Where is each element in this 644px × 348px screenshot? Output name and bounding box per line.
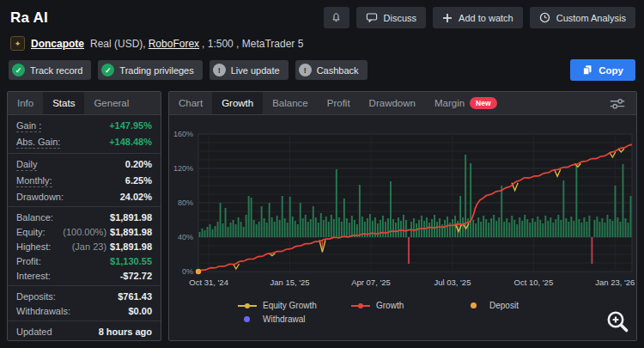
tab-profit[interactable]: Profit: [318, 92, 360, 114]
stat-row-tracking: Tracking2: [8, 339, 161, 341]
margin-new-badge: New: [470, 97, 496, 109]
tab-label: Balance: [272, 98, 308, 108]
add-to-watch-label: Add to watch: [459, 13, 513, 23]
tabstrip-fill: [507, 92, 598, 114]
legend-item-withdrawal[interactable]: Withdrawal: [238, 314, 351, 324]
check-icon: ✓: [12, 64, 25, 76]
stat-value-text: $1,891.98: [110, 212, 152, 223]
stat-value: 24.02%: [120, 192, 152, 202]
broker-link[interactable]: RoboForex: [149, 38, 199, 50]
stat-value-text: 0.20%: [125, 159, 152, 169]
stat-group: Gain :+147.95%Abs. Gain:+148.48%: [8, 115, 161, 154]
zoom-button[interactable]: [605, 308, 630, 337]
stat-value-text: 24.02%: [120, 192, 152, 202]
tab-info[interactable]: Info: [8, 92, 43, 114]
stat-label: Highest:: [16, 241, 51, 252]
tab-drawdown[interactable]: Drawdown: [360, 92, 425, 114]
stat-value-prefix: (100.00%): [63, 227, 106, 237]
clock-icon: [539, 12, 550, 23]
header-buttons: DiscussAdd to watchCustom Analysis: [356, 7, 635, 28]
tab-balance[interactable]: Balance: [263, 92, 318, 114]
stat-value: +147.95%: [109, 120, 152, 131]
stat-value-text: 2: [147, 341, 152, 342]
stat-value: (Jan 23)$1,891.98: [72, 241, 152, 252]
stat-group: Updated8 hours agoTracking2: [8, 321, 161, 341]
tab-growth[interactable]: Growth: [212, 92, 263, 114]
stat-label: Equity:: [16, 227, 46, 237]
chart-panel: ChartGrowthBalanceProfitDrawdownMarginNe…: [168, 91, 637, 341]
badges-row: ✓Track record✓Trading privileges!Live up…: [9, 59, 635, 81]
svg-text:Jan 15, '25: Jan 15, '25: [270, 278, 309, 287]
stat-row-daily: Daily0.20%: [8, 156, 161, 173]
badge-track-record[interactable]: ✓Track record: [9, 60, 91, 80]
stat-value-prefix: (Jan 23): [72, 241, 106, 252]
stat-value-text: +148.48%: [109, 137, 152, 147]
copy-button[interactable]: Copy: [570, 59, 635, 81]
check-icon: ✓: [101, 64, 114, 76]
svg-text:Oct 31, '24: Oct 31, '24: [189, 278, 228, 287]
stat-value: 2: [147, 341, 152, 342]
growth-chart-svg: Oct 31, '24Jan 15, '25Apr 07, '25Jul 03,…: [171, 120, 637, 292]
stat-row-interest: Interest:-$72.72: [8, 268, 161, 283]
bell-icon: [330, 11, 343, 24]
legend-item-growth[interactable]: Growth: [351, 301, 465, 310]
copy-button-label: Copy: [598, 65, 623, 76]
stat-label: Balance:: [16, 212, 53, 223]
stat-label: Profit:: [16, 256, 41, 266]
account-row: ✦ Doncapote Real (USD),RoboForex, 1:500 …: [10, 36, 644, 51]
stat-row-updated: Updated8 hours ago: [8, 324, 161, 339]
stats-panel: InfoStatsGeneral Gain :+147.95%Abs. Gain…: [7, 91, 161, 341]
equity-growth-marker-icon: [238, 302, 257, 309]
svg-text:40%: 40%: [178, 233, 193, 241]
account-meta-text: , 1:500 , MetaTrader 5: [202, 38, 303, 50]
exclamation-icon: !: [213, 64, 226, 76]
tab-label: Growth: [222, 98, 253, 108]
account-name-link[interactable]: Doncapote: [31, 38, 84, 50]
stat-value-text: $1,891.98: [110, 241, 152, 252]
exclamation-icon: !: [299, 64, 312, 76]
stats-body: Gain :+147.95%Abs. Gain:+148.48%Daily0.2…: [8, 115, 161, 341]
badge-cashback[interactable]: !Cashback: [295, 60, 368, 80]
badge-live-update[interactable]: !Live update: [210, 60, 289, 80]
tabstrip-fill: [138, 92, 161, 114]
stat-row-drawdown: Drawdown:24.02%: [8, 189, 161, 204]
stat-value-text: $1,891.98: [110, 227, 152, 237]
growth-chart[interactable]: Oct 31, '24Jan 15, '25Apr 07, '25Jul 03,…: [169, 115, 636, 296]
discuss-button[interactable]: Discuss: [356, 7, 427, 28]
stat-row-withdrawals: Withdrawals:$0.00: [8, 303, 161, 318]
badge-label: Live update: [231, 65, 280, 76]
stat-value: $1,130.55: [110, 256, 152, 266]
stat-value-text: $1,130.55: [110, 256, 152, 266]
stat-row-profit: Profit:$1,130.55: [8, 253, 161, 268]
stat-value: $0.00: [128, 306, 152, 316]
chart-legend: Equity GrowthGrowthDepositWithdrawal: [238, 301, 636, 324]
tab-margin[interactable]: MarginNew: [425, 92, 507, 114]
svg-text:120%: 120%: [173, 164, 193, 173]
marker-dot: [358, 303, 363, 308]
badges: ✓Track record✓Trading privileges!Live up…: [9, 60, 368, 80]
stat-value-text: -$72.72: [120, 271, 152, 281]
add-to-watch-button[interactable]: Add to watch: [433, 7, 523, 28]
chart-settings-icon[interactable]: [598, 92, 636, 114]
tab-label: Stats: [52, 98, 75, 108]
custom-analysis-label: Custom Analysis: [556, 13, 626, 23]
stat-group: Deposits:$761.43Withdrawals:$0.00: [8, 286, 161, 321]
tab-general[interactable]: General: [84, 92, 138, 114]
stats-tabs: InfoStatsGeneral: [8, 92, 161, 115]
legend-label: Deposit: [489, 301, 519, 310]
notifications-button[interactable]: [324, 7, 349, 28]
tab-label: Drawdown: [369, 98, 416, 108]
magnifier-plus-icon: [605, 324, 630, 337]
custom-analysis-button[interactable]: Custom Analysis: [530, 7, 635, 28]
legend-item-equity-growth[interactable]: Equity Growth: [238, 301, 351, 310]
stat-label: Daily: [16, 159, 37, 171]
stat-group: Daily0.20%Monthly:6.25%Drawdown:24.02%: [8, 154, 161, 207]
badge-trading-privileges[interactable]: ✓Trading privileges: [98, 60, 202, 80]
stat-row-equity: Equity:(100.00%)$1,891.98: [8, 224, 161, 239]
tab-chart[interactable]: Chart: [169, 92, 212, 114]
svg-text:Oct 10, '25: Oct 10, '25: [514, 278, 554, 287]
tab-stats[interactable]: Stats: [43, 92, 84, 114]
deposit-marker-icon: [471, 302, 477, 308]
badge-label: Cashback: [317, 65, 359, 76]
chat-icon: [366, 12, 378, 23]
